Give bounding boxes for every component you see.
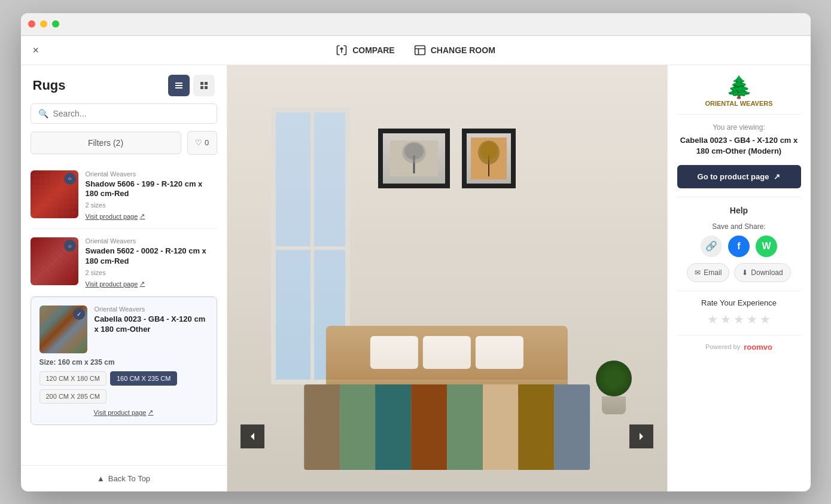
product-name: Swaden 5602 - 0002 - R-120 cm x 180 cm-R… xyxy=(86,246,217,267)
star-5[interactable]: ★ xyxy=(760,312,771,326)
share-icons: 🔗 f W xyxy=(677,236,801,257)
email-button[interactable]: ✉ Email xyxy=(687,263,729,282)
rating-label: Rate Your Experience xyxy=(677,298,801,307)
chevron-left-icon xyxy=(246,430,258,442)
svg-rect-5 xyxy=(205,82,208,85)
goto-product-button[interactable]: Go to product page ↗ xyxy=(677,165,801,188)
size-chip[interactable]: 200 CM X 285 CM xyxy=(39,389,106,404)
product-thumbnail: ○ xyxy=(31,170,78,218)
select-indicator: ✓ xyxy=(73,308,85,320)
product-name: Cabella 0023 - GB4 - X-120 cm x 180 cm-O… xyxy=(95,314,208,335)
product-thumbnail: ○ xyxy=(31,237,78,285)
size-section: Size: 160 cm x 235 cm 120 CM X 180 CM 16… xyxy=(39,358,208,416)
help-section: Help Save and Share: 🔗 f W ✉ Email ⬇ xyxy=(677,197,801,282)
save-share-label: Save and Share: xyxy=(677,222,801,231)
art-frame-large xyxy=(378,129,450,188)
minimize-traffic-light[interactable] xyxy=(40,20,47,28)
art-frame-small xyxy=(462,129,516,188)
link-icon: ↗ xyxy=(139,280,145,288)
rating-section: Rate Your Experience ★ ★ ★ ★ ★ xyxy=(677,291,801,326)
copy-link-button[interactable]: 🔗 xyxy=(701,236,722,257)
brand-logo-text: ORIENTAL WEAVERS xyxy=(677,100,801,107)
sizes-text: 2 sizes xyxy=(86,269,217,276)
product-name: Shadow 5606 - 199 - R-120 cm x 180 cm-Re… xyxy=(86,179,217,200)
sidebar: Rugs xyxy=(21,65,227,491)
art-inner xyxy=(383,133,445,184)
chevron-right-icon xyxy=(635,430,647,442)
room-scene xyxy=(227,65,667,491)
list-item[interactable]: ✓ Oriental Weavers Cabella 0023 - GB4 - … xyxy=(31,297,217,425)
email-icon: ✉ xyxy=(695,268,701,277)
select-indicator: ○ xyxy=(64,173,76,185)
sidebar-title: Rugs xyxy=(33,78,66,93)
svg-rect-3 xyxy=(175,87,182,88)
star-3[interactable]: ★ xyxy=(733,312,744,326)
roomvo-logo: roomvo xyxy=(744,343,772,352)
download-icon: ⬇ xyxy=(742,268,748,277)
compare-label: COMPARE xyxy=(352,45,395,55)
list-view-button[interactable] xyxy=(168,75,190,96)
star-2[interactable]: ★ xyxy=(720,312,731,326)
star-1[interactable]: ★ xyxy=(707,312,718,326)
size-chip[interactable]: 160 CM X 235 CM xyxy=(110,371,177,386)
download-button[interactable]: ⬇ Download xyxy=(734,263,790,282)
product-info: Oriental Weavers Swaden 5602 - 0002 - R-… xyxy=(86,237,217,288)
rug-col xyxy=(554,384,590,470)
link-icon: ↗ xyxy=(148,408,153,416)
viewing-name: Cabella 0023 - GB4 - X-120 cm x 180 cm-O… xyxy=(677,135,801,157)
rug-col xyxy=(483,384,519,470)
svg-rect-6 xyxy=(200,86,203,89)
powered-by: Powered by roomvo xyxy=(677,335,801,352)
wishlist-button[interactable]: ♡ 0 xyxy=(187,131,217,155)
powered-by-label: Powered by xyxy=(705,343,740,350)
change-room-button[interactable]: CHANGE ROOM xyxy=(414,44,495,56)
svg-rect-7 xyxy=(205,86,208,89)
rug-col xyxy=(447,384,483,470)
room-viewer xyxy=(227,65,667,491)
rug-col xyxy=(518,384,554,470)
title-bar xyxy=(21,13,811,36)
prev-room-button[interactable] xyxy=(241,424,264,448)
product-list: ○ Oriental Weavers Shadow 5606 - 199 - R… xyxy=(21,162,227,465)
sidebar-header: Rugs xyxy=(21,65,227,103)
star-4[interactable]: ★ xyxy=(747,312,757,326)
select-indicator: ○ xyxy=(64,240,76,252)
compare-button[interactable]: COMPARE xyxy=(336,44,395,56)
visit-product-link[interactable]: Visit product page ↗ xyxy=(86,280,217,288)
search-input[interactable] xyxy=(53,109,209,118)
right-panel: 🌲 ORIENTAL WEAVERS You are viewing: Cabe… xyxy=(667,65,811,491)
size-buttons: 120 CM X 180 CM 160 CM X 235 CM 200 CM X… xyxy=(39,371,208,404)
grid-view-button[interactable] xyxy=(193,75,215,96)
close-button[interactable]: × xyxy=(33,44,39,56)
close-traffic-light[interactable] xyxy=(28,20,35,28)
plant xyxy=(596,361,632,414)
rug-colorblock xyxy=(304,384,590,470)
svg-rect-1 xyxy=(175,83,182,84)
visit-product-link[interactable]: Visit product page ↗ xyxy=(86,212,217,220)
facebook-share-button[interactable]: f xyxy=(728,236,750,257)
external-link-icon: ↗ xyxy=(774,172,780,181)
search-icon: 🔍 xyxy=(38,109,48,118)
rug-col xyxy=(376,384,412,470)
email-label: Email xyxy=(704,268,722,277)
next-room-button[interactable] xyxy=(629,424,653,448)
list-item[interactable]: ○ Oriental Weavers Swaden 5602 - 0002 - … xyxy=(31,229,217,297)
sofa-cushion xyxy=(423,336,471,369)
tree-artwork-2 xyxy=(471,138,507,179)
back-to-top-button[interactable]: ▲ Back To Top xyxy=(21,465,227,491)
top-bar: × COMPARE CHANGE ROOM xyxy=(21,36,811,65)
maximize-traffic-light[interactable] xyxy=(52,20,59,28)
whatsapp-share-button[interactable]: W xyxy=(756,236,777,257)
svg-rect-4 xyxy=(200,82,203,85)
brand-name: Oriental Weavers xyxy=(86,170,217,178)
visit-product-link[interactable]: Visit product page ↗ xyxy=(39,408,208,416)
sofa-cushion xyxy=(370,336,418,369)
filter-button[interactable]: Filters (2) xyxy=(31,132,181,154)
rug-col xyxy=(304,384,340,470)
size-chip[interactable]: 120 CM X 180 CM xyxy=(39,371,106,386)
traffic-lights xyxy=(28,20,59,28)
goto-product-label: Go to product page xyxy=(698,172,769,181)
svg-point-11 xyxy=(404,143,424,160)
list-item[interactable]: ○ Oriental Weavers Shadow 5606 - 199 - R… xyxy=(31,162,217,230)
brand-logo: 🌲 ORIENTAL WEAVERS xyxy=(677,75,801,115)
